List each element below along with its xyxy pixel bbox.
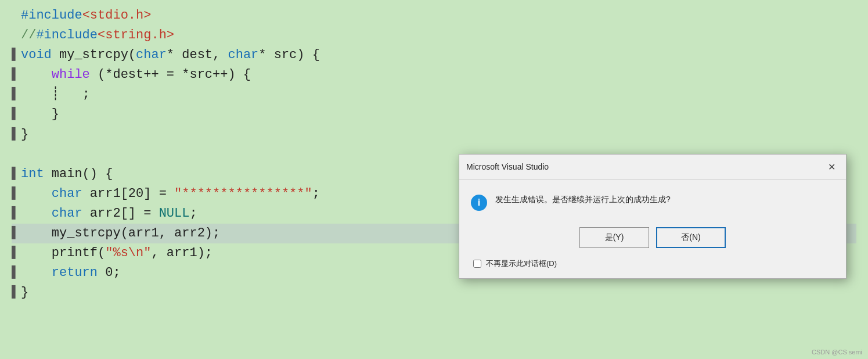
dialog-no-button[interactable]: 否(N) [656, 227, 726, 248]
code-token: //#include<string.h> [21, 26, 174, 45]
code-token: arr2[] = [82, 204, 159, 224]
code-token: "%s\n" [105, 243, 151, 263]
dialog: Microsoft Visual Studio ✕ i 发生生成错误。是否继续并… [459, 154, 847, 279]
dialog-dont-show-label[interactable]: 不再显示此对话框(D) [486, 259, 557, 269]
code-token [21, 65, 52, 85]
line-marker-5: ▌ [12, 85, 19, 105]
code-token [21, 204, 52, 224]
info-icon: i [471, 195, 487, 211]
code-token: ; [189, 204, 197, 224]
code-line-4: ▌ while (*dest++ = *src++) { [12, 65, 856, 85]
code-token: } [21, 125, 28, 145]
dialog-dont-show-checkbox[interactable] [473, 260, 481, 268]
code-token: main() { [44, 164, 113, 184]
code-token [21, 184, 52, 204]
code-token: my_strcpy(arr1, arr2); [21, 224, 220, 243]
line-marker-12: ▌ [12, 224, 19, 243]
code-line-7: ▌ } [12, 125, 856, 145]
code-token: (*dest++ = *src++) { [90, 65, 251, 85]
code-line-15: ▌ } [12, 283, 856, 303]
code-token: } [21, 283, 28, 303]
code-token: char [136, 45, 167, 65]
code-token: "****************" [174, 184, 312, 204]
code-token: printf( [21, 243, 105, 263]
watermark: CSDN @CS semi [812, 349, 862, 356]
code-token: void [21, 45, 52, 65]
dialog-checkbox-row: 不再显示此对话框(D) [471, 259, 834, 269]
line-marker-11: ▌ [12, 204, 19, 224]
line-marker-4: ▌ [12, 65, 19, 85]
code-token: my_strcpy( [52, 45, 136, 65]
code-line-6: ▌ } [12, 105, 856, 124]
dialog-buttons: 是(Y) 否(N) [471, 227, 834, 248]
code-token: char [52, 184, 82, 204]
line-marker-14: ▌ [12, 263, 19, 283]
dialog-message-row: i 发生生成错误。是否继续并运行上次的成功生成? [471, 193, 834, 211]
dialog-close-button[interactable]: ✕ [824, 159, 839, 174]
code-token: char [228, 45, 258, 65]
code-line-5: ▌ ┊ ; [12, 85, 856, 105]
code-token: * dest, [167, 45, 228, 65]
code-token: return [52, 263, 98, 283]
code-line-3: ▌ void my_strcpy(char* dest, char* src) … [12, 45, 856, 65]
code-token: #include [21, 6, 82, 26]
line-marker-15: ▌ [12, 283, 19, 303]
line-marker-9: ▌ [12, 164, 19, 184]
code-token: NULL [159, 204, 190, 224]
code-line-1: #include<stdio.h> [12, 6, 856, 26]
dialog-body: i 发生生成错误。是否继续并运行上次的成功生成? 是(Y) 否(N) 不再显示此… [459, 180, 846, 278]
code-token: char [52, 204, 82, 224]
code-token: } [21, 105, 59, 124]
line-marker-6: ▌ [12, 105, 19, 124]
code-token: int [21, 164, 44, 184]
code-line-2: //#include<string.h> [12, 26, 856, 45]
code-token: ┊ ; [21, 85, 90, 105]
code-token: ; [312, 184, 320, 204]
dialog-titlebar: Microsoft Visual Studio ✕ [459, 155, 846, 180]
code-token: 0; [98, 263, 121, 283]
dialog-title: Microsoft Visual Studio [466, 162, 549, 171]
code-token: <stdio.h> [82, 6, 152, 26]
code-token: while [52, 65, 90, 85]
line-marker-7: ▌ [12, 125, 19, 145]
code-token [21, 263, 52, 283]
line-marker-3: ▌ [12, 45, 19, 65]
code-token: , arr1); [151, 243, 213, 263]
dialog-yes-button[interactable]: 是(Y) [579, 227, 649, 248]
dialog-message-text: 发生生成错误。是否继续并运行上次的成功生成? [495, 193, 671, 206]
code-token: * src) { [258, 45, 320, 65]
line-marker-13: ▌ [12, 243, 19, 263]
line-marker-10: ▌ [12, 184, 19, 204]
code-token: arr1[20] = [82, 184, 174, 204]
